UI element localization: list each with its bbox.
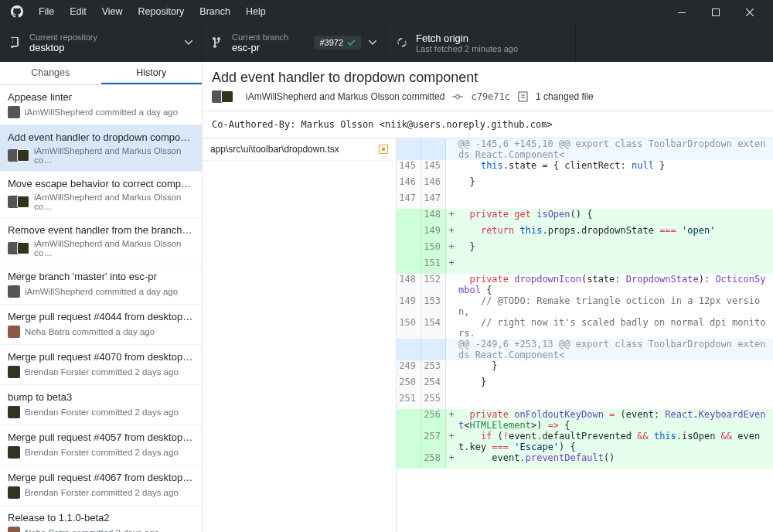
commit-authors: iAmWillShepherd and Markus Olsson commit… (246, 91, 444, 102)
code: if (!event.defaultPrevented && this.isOp… (457, 431, 773, 452)
diff-line: 251255 (397, 393, 773, 409)
commit-item[interactable]: Remove event handler from the branches…i… (0, 218, 202, 264)
titlebar: FileEditViewRepositoryBranchHelp (0, 0, 773, 23)
file-list: app\src\ui\toolbar\dropdown.tsx (203, 138, 397, 532)
menu-view[interactable]: View (94, 6, 131, 17)
line-old: 150 (397, 317, 421, 339)
line-old: 250 (397, 377, 421, 393)
repo-selector[interactable]: Current repository desktop (0, 23, 203, 62)
tab-history[interactable]: History (101, 62, 203, 84)
check-icon (347, 39, 356, 46)
line-new (421, 339, 446, 360)
commit-title: Add event handler to dropdown component (212, 70, 764, 86)
avatar (8, 242, 29, 254)
commit-item-title: Remove event handler from the branches… (8, 224, 194, 236)
diff-line: 151+ (397, 257, 773, 274)
avatar (8, 486, 20, 499)
maximize-button[interactable] (699, 0, 733, 23)
commit-item[interactable]: Add event handler to dropdown compon…iAm… (0, 125, 202, 172)
menu-repository[interactable]: Repository (131, 6, 192, 17)
close-button[interactable] (733, 0, 767, 23)
menu-branch[interactable]: Branch (192, 6, 238, 17)
diff-line: 257+ if (!event.defaultPrevented && this… (397, 431, 773, 452)
commit-item-title: Move escape behavior to correct compo… (8, 178, 194, 189)
commit-sha: c79e71c (471, 91, 510, 102)
commit-item[interactable]: Merge pull request #4057 from desktop/…B… (0, 425, 202, 466)
commit-item[interactable]: Release to 1.1.0-beta2Neha Batra committ… (0, 506, 202, 532)
commit-item[interactable]: Appease linteriAmWillShepherd committed … (0, 85, 202, 125)
diff-line: 148+ private get isOpen() { (397, 209, 773, 225)
code: // right now it's scaled badly on normal… (457, 317, 773, 339)
diff-line: 145145 this.state = { clientRect: null } (397, 160, 773, 176)
code: // @TODO: Remake triangle octicon in a 1… (457, 295, 773, 317)
line-old (397, 257, 421, 274)
file-diff-icon (518, 91, 528, 102)
chevron-down-icon (369, 40, 376, 45)
commit-item-meta: Neha Batra committed a day ago (25, 327, 155, 336)
code: private get isOpen() { (457, 209, 773, 225)
diff-line: 149153 // @TODO: Remake triangle octicon… (397, 295, 773, 317)
file-item[interactable]: app\src\ui\toolbar\dropdown.tsx (203, 138, 396, 161)
diff-line: 258+ event.preventDefault() (397, 452, 773, 469)
menu-file[interactable]: File (31, 6, 62, 17)
commit-item[interactable]: Merge branch 'master' into esc-priAmWill… (0, 264, 202, 305)
commit-item[interactable]: Merge pull request #4070 from desktop/…B… (0, 345, 202, 385)
tab-changes[interactable]: Changes (0, 62, 101, 84)
commit-item[interactable]: Merge pull request #4067 from desktop/…B… (0, 466, 202, 506)
avatar (8, 196, 29, 208)
line-new: 151 (421, 257, 446, 274)
line-old (397, 241, 421, 257)
line-old: 145 (397, 160, 421, 176)
avatar (8, 527, 20, 532)
commit-item-title: Merge pull request #4057 from desktop/… (8, 431, 194, 443)
line-new: 257 (421, 431, 446, 452)
code: } (457, 176, 773, 193)
avatar (8, 406, 20, 418)
minimize-button[interactable] (665, 0, 699, 23)
line-old: 149 (397, 295, 421, 317)
avatar (8, 446, 20, 459)
toolbar: Current repository desktop Current branc… (0, 23, 773, 62)
branch-selector[interactable]: Current branch esc-pr #3972 (203, 23, 386, 62)
commit-item[interactable]: Move escape behavior to correct compo…iA… (0, 172, 202, 218)
pr-badge: #3972 (314, 36, 361, 49)
commit-item-meta: iAmWillShepherd committed a day ago (25, 107, 178, 117)
commit-item-meta: Brendan Forster committed 2 days ago (25, 448, 179, 457)
commit-item-meta: Brendan Forster committed 2 days ago (25, 488, 179, 497)
branch-label: Current branch (232, 32, 288, 42)
fetch-sub: Last fetched 2 minutes ago (416, 44, 518, 53)
code: } (457, 360, 773, 377)
repo-icon (9, 36, 22, 49)
commit-detail: Add event handler to dropdown component … (203, 62, 773, 532)
avatar (8, 285, 20, 298)
commit-item-meta: Brendan Forster committed 2 days ago (25, 408, 179, 417)
commit-item[interactable]: Merge pull request #4044 from desktop/…N… (0, 305, 202, 345)
commit-item-title: Merge pull request #4067 from desktop/… (8, 472, 194, 483)
commit-item-meta: iAmWillShepherd and Markus Olsson co… (34, 193, 194, 211)
line-new (421, 138, 446, 160)
line-old (397, 431, 421, 452)
code (457, 257, 773, 274)
line-new: 153 (421, 295, 446, 317)
line-new: 256 (421, 409, 446, 431)
commit-item-meta: iAmWillShepherd and Markus Olsson co… (34, 239, 194, 257)
modified-icon (379, 145, 388, 154)
line-old (397, 409, 421, 431)
code: private onFoldoutKeyDown = (event: React… (457, 409, 773, 431)
commit-item-title: Merge pull request #4044 from desktop/… (8, 311, 194, 322)
commit-item-title: bump to beta3 (8, 391, 194, 403)
svg-rect-5 (519, 92, 527, 101)
diff-line: 149+ return this.props.dropdownState ===… (397, 225, 773, 241)
diff-line: 147147 (397, 193, 773, 209)
commit-item[interactable]: bump to beta3Brendan Forster committed 2… (0, 385, 202, 425)
menu-edit[interactable]: Edit (62, 6, 94, 17)
line-old (397, 339, 421, 360)
line-old: 148 (397, 274, 421, 295)
diff-line: 148152 private dropdownIcon(state: Dropd… (397, 274, 773, 295)
diff-line: @@ -145,6 +145,10 @@ export class Toolba… (397, 138, 773, 160)
fetch-button[interactable]: Fetch origin Last fetched 2 minutes ago (386, 23, 576, 62)
avatar (8, 326, 20, 338)
svg-rect-0 (678, 12, 686, 13)
menu-help[interactable]: Help (238, 6, 274, 17)
pr-number: #3972 (319, 38, 343, 47)
